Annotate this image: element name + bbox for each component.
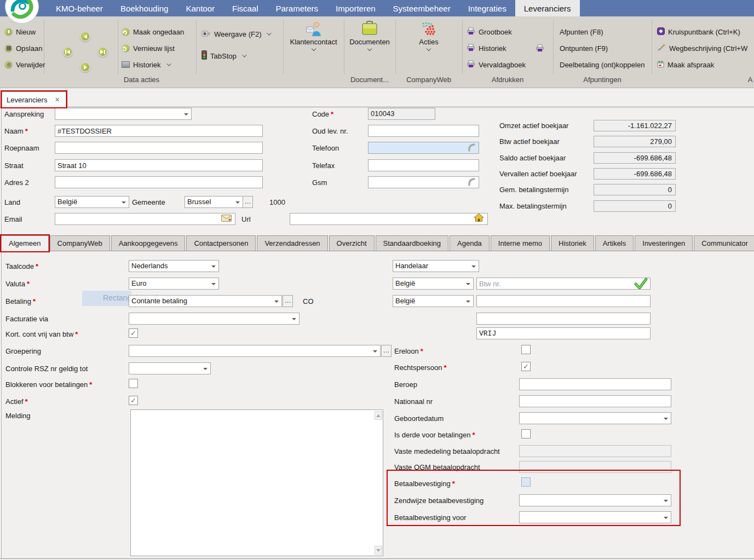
beroep-input[interactable]: [519, 378, 671, 390]
url-input[interactable]: [290, 213, 488, 225]
land-combobox[interactable]: België: [55, 196, 129, 208]
actions-icon: [395, 21, 462, 38]
geboortedatum-combobox[interactable]: [519, 412, 671, 424]
tab-communicator[interactable]: Communicator: [694, 235, 754, 251]
btw-nr-input[interactable]: [476, 278, 651, 290]
gem-betalingstermijn-value: 0: [594, 184, 676, 195]
rechtspersoon-checkbox[interactable]: ✓: [521, 362, 531, 371]
betaalbevestiging-checkbox[interactable]: [521, 477, 531, 487]
refresh-list-button[interactable]: Vernieuw lijst: [122, 43, 175, 54]
valuta-combobox[interactable]: Euro: [129, 278, 219, 290]
roepnaam-input[interactable]: [55, 142, 263, 154]
betaalbevestiging-voor-combobox[interactable]: [519, 511, 671, 523]
chevron-down-icon: [427, 47, 431, 51]
nav-prev-icon[interactable]: [80, 31, 90, 42]
customer-contact-button[interactable]: Klantencontact: [283, 21, 344, 50]
printer-icon[interactable]: [536, 43, 544, 54]
email-input[interactable]: [55, 213, 235, 225]
kruispuntbank-button[interactable]: Kruispuntbank (Ctrl+K): [657, 26, 740, 37]
delete-button[interactable]: Verwijder: [4, 59, 45, 70]
menu-item-parameters[interactable]: Parameters: [267, 0, 327, 16]
nav-last-icon[interactable]: [97, 47, 108, 57]
print-grootboek-button[interactable]: Grootboek: [467, 26, 512, 37]
land2-input[interactable]: [476, 295, 651, 307]
wegbeschrijving-button[interactable]: Wegbeschrijving (Ctrl+W: [657, 43, 747, 54]
deelbetaling-button[interactable]: Deelbetaling (ont)koppelen: [560, 59, 644, 70]
facturatie-via-combobox[interactable]: [129, 313, 300, 325]
tab-interne-memo[interactable]: Interne memo: [491, 235, 550, 251]
land2-combobox[interactable]: België: [393, 295, 474, 307]
close-icon[interactable]: ×: [55, 95, 59, 104]
scroll-down-icon[interactable]: [375, 546, 382, 555]
blokkeren-checkbox[interactable]: [129, 379, 138, 388]
gsm-input[interactable]: [368, 176, 479, 188]
betaling-browse-button[interactable]: …: [283, 295, 293, 307]
nav-next-icon[interactable]: [80, 62, 90, 72]
menu-item-boekhouding[interactable]: Boekhouding: [112, 0, 177, 16]
undo-button[interactable]: Maak ongedaan: [122, 26, 184, 37]
tab-investeringen[interactable]: Investeringen: [635, 235, 693, 251]
afpunten-button[interactable]: Afpunten (F8): [560, 26, 603, 37]
vrijstelling-input[interactable]: [476, 327, 651, 339]
is-derde-checkbox[interactable]: [521, 429, 531, 438]
taalcode-combobox[interactable]: Nederlands: [129, 260, 219, 272]
zendwijze-combobox[interactable]: [519, 494, 671, 506]
menu-item-leveranciers[interactable]: Leveranciers: [515, 0, 580, 16]
document-tab-leveranciers[interactable]: Leveranciers ×: [2, 91, 66, 107]
tab-standaardboeking[interactable]: Standaardboeking: [376, 235, 449, 251]
menu-item-systeembeheer[interactable]: Systeembeheer: [384, 0, 459, 16]
scroll-up-icon[interactable]: [375, 411, 382, 420]
tab-companyweb[interactable]: CompanyWeb: [50, 235, 110, 251]
save-button[interactable]: Opslaan: [4, 43, 42, 54]
groepering-browse-button[interactable]: …: [381, 345, 392, 357]
controle-rsz-combobox[interactable]: [129, 362, 211, 374]
actions-button[interactable]: Acties: [395, 21, 462, 50]
history-button[interactable]: Historiek: [122, 59, 170, 70]
telefoon-input[interactable]: [368, 142, 479, 154]
tab-agenda[interactable]: Agenda: [450, 235, 490, 251]
tab-verzendadressen[interactable]: Verzendadressen: [257, 235, 327, 251]
menu-item-kantoor[interactable]: Kantoor: [177, 0, 223, 16]
btw-land-combobox[interactable]: België: [393, 278, 474, 290]
ereloon-checkbox[interactable]: [521, 345, 531, 354]
nationaal-nr-input[interactable]: [519, 395, 671, 407]
actief-label: Actief*: [5, 397, 28, 406]
menu-item-fiscaal[interactable]: Fiscaal: [223, 0, 267, 16]
tabstop-button[interactable]: TabStop: [202, 50, 245, 61]
maak-afspraak-button[interactable]: Maak afspraak: [657, 59, 714, 70]
menu-item-integraties[interactable]: Integraties: [459, 0, 515, 16]
kort-cont-checkbox[interactable]: ✓: [129, 328, 138, 338]
app-logo-icon: [4, 0, 39, 24]
tab-contactpersonen[interactable]: Contactpersonen: [186, 235, 256, 251]
tab-aankoopgegevens[interactable]: Aankoopgegevens: [111, 235, 186, 251]
nav-first-icon[interactable]: [62, 47, 73, 57]
dropdown-arrow-icon: [664, 418, 668, 420]
tab-algemeen[interactable]: Algemeen: [1, 235, 49, 251]
adres2-input[interactable]: [55, 176, 263, 188]
groepering-combobox[interactable]: [129, 345, 381, 357]
menu-item-importeren[interactable]: Importeren: [327, 0, 384, 16]
handelaar-combobox[interactable]: Handelaar: [393, 260, 479, 272]
print-vervaldagboek-button[interactable]: Vervaldagboek: [467, 59, 526, 70]
print-historiek-button[interactable]: Historiek: [467, 43, 506, 54]
view-button[interactable]: Weergave (F2): [202, 28, 270, 39]
melding-textarea[interactable]: [130, 409, 383, 556]
actief-checkbox[interactable]: ✓: [129, 396, 138, 405]
tab-artikels[interactable]: Artikels: [595, 235, 634, 251]
gemeente-combobox[interactable]: Brussel: [185, 196, 243, 208]
menu-item-kmo-beheer[interactable]: KMO-beheer: [47, 0, 112, 16]
tab-historiek[interactable]: Historiek: [551, 235, 594, 251]
oud-lev-nr-input[interactable]: [368, 125, 479, 137]
straat-input[interactable]: [55, 159, 263, 171]
telefax-input[interactable]: [368, 159, 479, 171]
naam-input[interactable]: [55, 125, 263, 137]
documents-button[interactable]: Documenten: [344, 21, 395, 50]
tab-overzicht[interactable]: Overzicht: [329, 235, 375, 251]
saldo-label: Saldo actief boekjaar: [499, 154, 566, 162]
ontpunten-button[interactable]: Ontpunten (F9): [560, 43, 608, 54]
extra-input[interactable]: [476, 313, 651, 325]
new-button[interactable]: Nieuw: [4, 26, 36, 37]
betaling-combobox[interactable]: Contante betaling: [129, 295, 282, 307]
aanspreking-combobox[interactable]: [55, 108, 192, 120]
gemeente-browse-button[interactable]: …: [243, 196, 253, 208]
